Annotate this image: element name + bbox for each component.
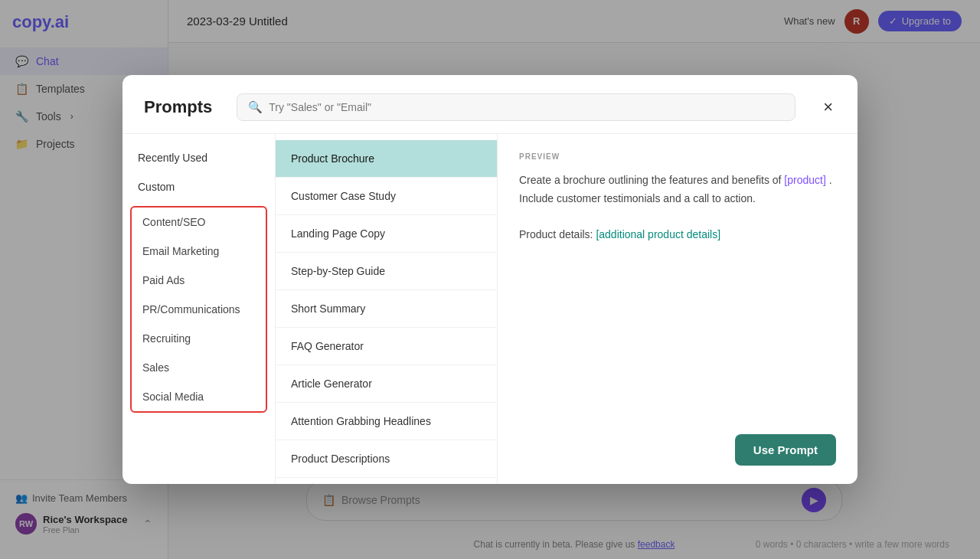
cat-email-marketing[interactable]: Email Marketing — [132, 237, 266, 266]
prompt-faq-generator[interactable]: FAQ Generator — [276, 328, 497, 365]
preview-content: Create a brochure outlining the features… — [519, 172, 836, 466]
product-placeholder: [product] — [784, 174, 825, 186]
modal-overlay: Prompts 🔍 × Recently Used Custom Content… — [0, 0, 980, 559]
modal-title: Prompts — [144, 97, 212, 117]
prompts-modal: Prompts 🔍 × Recently Used Custom Content… — [122, 75, 858, 484]
cat-recently-used[interactable]: Recently Used — [122, 143, 275, 172]
additional-details-placeholder: [additional product details] — [596, 228, 720, 240]
prompt-landing-page-copy[interactable]: Landing Page Copy — [276, 215, 497, 253]
cat-sales[interactable]: Sales — [132, 353, 266, 382]
search-bar[interactable]: 🔍 — [237, 93, 795, 121]
cat-recruiting[interactable]: Recruiting — [132, 324, 266, 353]
cat-paid-ads[interactable]: Paid Ads — [132, 266, 266, 295]
cat-custom[interactable]: Custom — [122, 172, 275, 201]
modal-header: Prompts 🔍 × — [122, 75, 858, 134]
prompt-step-by-step-guide[interactable]: Step-by-Step Guide — [276, 253, 497, 290]
prompt-short-summary[interactable]: Short Summary — [276, 290, 497, 328]
category-group: Content/SEO Email Marketing Paid Ads PR/… — [130, 206, 267, 413]
prompts-list: Product Brochure Customer Case Study Lan… — [276, 134, 498, 484]
search-input[interactable] — [269, 101, 784, 113]
close-button[interactable]: × — [820, 99, 836, 116]
cat-content-seo[interactable]: Content/SEO — [132, 208, 266, 237]
category-panel: Recently Used Custom Content/SEO Email M… — [122, 134, 276, 484]
use-prompt-button[interactable]: Use Prompt — [735, 434, 836, 466]
modal-body: Recently Used Custom Content/SEO Email M… — [122, 134, 858, 484]
prompt-product-descriptions[interactable]: Product Descriptions — [276, 440, 497, 478]
cat-pr-communications[interactable]: PR/Communications — [132, 295, 266, 324]
cat-social-media[interactable]: Social Media — [132, 382, 266, 411]
prompt-product-brochure[interactable]: Product Brochure — [276, 140, 497, 178]
preview-panel: PREVIEW Create a brochure outlining the … — [498, 134, 858, 484]
prompt-article-generator[interactable]: Article Generator — [276, 365, 497, 403]
prompt-attention-grabbing-headlines[interactable]: Attention Grabbing Headlines — [276, 403, 497, 440]
preview-label: PREVIEW — [519, 152, 836, 161]
search-icon: 🔍 — [248, 100, 263, 114]
prompt-customer-case-study[interactable]: Customer Case Study — [276, 178, 497, 215]
